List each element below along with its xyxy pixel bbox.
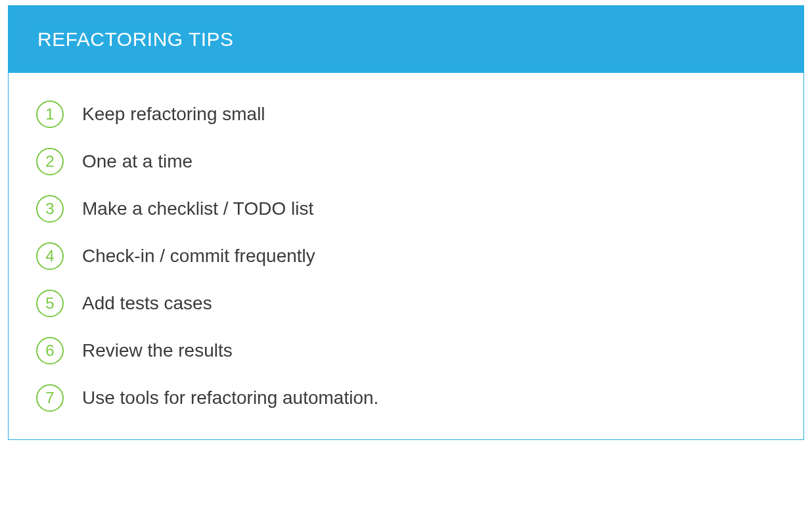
tip-list: 1 Keep refactoring small 2 One at a time…	[36, 100, 776, 412]
tip-number-badge: 4	[36, 242, 64, 270]
tip-text: Check-in / commit frequently	[82, 245, 315, 267]
tip-text: Make a checklist / TODO list	[82, 198, 313, 220]
tip-text: Keep refactoring small	[82, 103, 265, 125]
list-item: 6 Review the results	[36, 337, 776, 364]
list-item: 7 Use tools for refactoring automation.	[36, 384, 776, 412]
list-item: 2 One at a time	[36, 148, 776, 175]
tip-number-badge: 5	[36, 290, 64, 317]
list-item: 5 Add tests cases	[36, 290, 776, 317]
tip-text: One at a time	[82, 150, 192, 173]
tip-text: Use tools for refactoring automation.	[82, 387, 378, 409]
tip-text: Review the results	[82, 340, 233, 362]
list-item: 1 Keep refactoring small	[36, 100, 776, 128]
tip-text: Add tests cases	[82, 292, 212, 315]
tip-number-badge: 2	[36, 148, 64, 175]
tips-card: REFACTORING TIPS 1 Keep refactoring smal…	[8, 5, 804, 440]
tip-number-badge: 7	[36, 384, 64, 412]
tip-number-badge: 3	[36, 195, 64, 223]
list-item: 3 Make a checklist / TODO list	[36, 195, 776, 223]
card-title: REFACTORING TIPS	[9, 6, 803, 73]
tip-number-badge: 1	[36, 100, 64, 128]
tip-number-badge: 6	[36, 337, 64, 364]
card-body: 1 Keep refactoring small 2 One at a time…	[9, 73, 803, 439]
list-item: 4 Check-in / commit frequently	[36, 242, 776, 270]
